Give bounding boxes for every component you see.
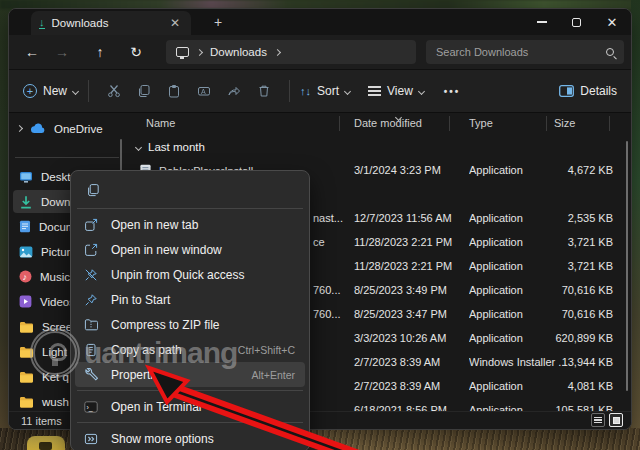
menu-item-label: Compress to ZIP file (111, 318, 295, 332)
file-name-fragment: 760... (313, 308, 341, 320)
menu-item-label: Open in new window (111, 243, 295, 257)
up-button[interactable]: ↑ (85, 44, 115, 60)
delete-button[interactable] (249, 84, 279, 98)
menu-quick-actions (75, 175, 305, 205)
menu-item-copy-as-path[interactable]: Copy as pathCtrl+Shift+C (75, 337, 305, 362)
file-size: 3,721 KB (568, 260, 613, 272)
context-menu: Open in new tabOpen in new windowUnpin f… (70, 170, 310, 450)
view-button[interactable]: View (368, 84, 424, 98)
download-icon: ↓ (39, 17, 45, 29)
column-divider[interactable] (609, 116, 610, 131)
file-name-fragment: nast... (313, 212, 343, 224)
chevron-down-icon (344, 87, 351, 94)
menu-item-open-in-terminal[interactable]: ›_Open in Terminal (75, 394, 305, 419)
column-divider[interactable] (449, 116, 450, 131)
close-button[interactable]: ✕ (595, 9, 629, 35)
music-icon: ♪ (19, 270, 32, 283)
paste-button[interactable] (159, 84, 189, 98)
pin-icon (83, 293, 99, 307)
explorer-tab-downloads[interactable]: ↓ Downloads ✕ (31, 11, 191, 35)
menu-separator (77, 422, 303, 423)
file-date: 2/7/2023 8:39 AM (354, 356, 440, 368)
menu-shortcut: Ctrl+Shift+C (238, 344, 295, 356)
chevron-down-icon (418, 87, 425, 94)
menu-item-label: Pin to Start (111, 293, 295, 307)
svg-text:♪: ♪ (23, 272, 28, 282)
cut-button[interactable] (99, 84, 129, 98)
sort-label: Sort (317, 84, 339, 98)
more-options-button[interactable]: ••• (444, 86, 461, 97)
column-divider[interactable] (339, 116, 340, 131)
minimize-button[interactable] (525, 9, 559, 35)
copy-icon[interactable] (85, 183, 101, 197)
chevron-right-icon (274, 48, 281, 55)
menu-item-open-in-new-window[interactable]: Open in new window (75, 237, 305, 262)
forward-button[interactable]: → (47, 44, 77, 60)
menu-item-label: Properties (111, 368, 240, 382)
folder-icon (19, 321, 34, 333)
column-size[interactable]: Size (554, 117, 575, 129)
file-date: 12/7/2023 11:56 AM (354, 212, 452, 224)
share-button[interactable] (219, 84, 249, 98)
menu-item-label: Open in new tab (111, 218, 295, 232)
menu-item-compress-to-zip-file[interactable]: Compress to ZIP file (75, 312, 305, 337)
back-button[interactable]: ← (17, 44, 47, 60)
menu-item-label: Copy as path (111, 343, 226, 357)
sidebar-item-label: Light (42, 346, 67, 358)
column-type[interactable]: Type (469, 117, 493, 129)
zip-icon (83, 318, 99, 331)
items-count: 11 items (21, 415, 62, 427)
search-placeholder: Search Downloads (436, 46, 606, 58)
showmore-icon (83, 432, 99, 446)
newtab-icon (83, 218, 99, 232)
search-box[interactable]: Search Downloads (426, 40, 624, 64)
list-view-toggle[interactable] (591, 413, 605, 427)
details-pane-button[interactable]: Details (559, 84, 617, 98)
file-size: 70,616 KB (562, 308, 613, 320)
file-size: 13,944 KB (562, 356, 613, 368)
details-label: Details (580, 84, 617, 98)
file-name-fragment: 760... (313, 284, 341, 296)
wallpaper-right (631, 0, 640, 450)
new-label: New (43, 84, 67, 98)
sort-button[interactable]: ↑↓ Sort (300, 84, 350, 98)
desktop-shortcut-icon[interactable] (27, 436, 65, 450)
copy-button[interactable] (129, 84, 159, 98)
rename-button[interactable]: A (189, 84, 219, 98)
group-header[interactable]: Last month (126, 135, 631, 159)
menu-item-unpin-from-quick-access[interactable]: Unpin from Quick access (75, 262, 305, 287)
new-tab-button[interactable]: + (214, 14, 222, 30)
refresh-button[interactable]: ↻ (121, 44, 151, 60)
menu-item-show-more-options[interactable]: Show more options (75, 426, 305, 450)
column-name[interactable]: Name (146, 117, 175, 129)
file-size: 3,721 KB (568, 236, 613, 248)
folder-icon (19, 396, 34, 408)
file-list-scrollbar[interactable] (626, 141, 628, 391)
icons-view-toggle[interactable] (609, 413, 623, 427)
file-size: 70,616 KB (562, 284, 613, 296)
sort-arrows-icon: ↑↓ (300, 85, 311, 97)
maximize-button[interactable] (559, 9, 593, 35)
wrench-icon (83, 368, 99, 382)
breadcrumb-downloads[interactable]: Downloads (210, 46, 267, 58)
menu-item-properties[interactable]: PropertiesAlt+Enter (75, 362, 305, 387)
file-date: 3/1/2024 3:23 PM (354, 164, 441, 176)
tab-close-icon[interactable]: ✕ (167, 16, 183, 30)
menu-item-open-in-new-tab[interactable]: Open in new tab (75, 212, 305, 237)
desktop-icon (19, 171, 33, 183)
column-divider[interactable] (546, 116, 547, 131)
new-button[interactable]: + New (23, 84, 78, 98)
breadcrumb[interactable]: Downloads (166, 40, 416, 64)
column-date[interactable]: Date modified (354, 117, 422, 129)
this-pc-icon (176, 47, 189, 57)
svg-text:A: A (201, 88, 206, 95)
downloads-icon (19, 195, 33, 209)
menu-item-pin-to-start[interactable]: Pin to Start (75, 287, 305, 312)
sidebar-item-onedrive[interactable]: OneDrive (13, 117, 123, 140)
file-date: 3/3/2023 10:26 AM (354, 332, 446, 344)
chevron-down-icon (72, 87, 79, 94)
menu-item-label: Show more options (111, 432, 295, 446)
file-date: 8/25/2023 3:49 PM (354, 284, 447, 296)
sidebar-item-label: wush (42, 396, 69, 408)
file-date: 11/28/2023 2:21 PM (354, 260, 452, 272)
